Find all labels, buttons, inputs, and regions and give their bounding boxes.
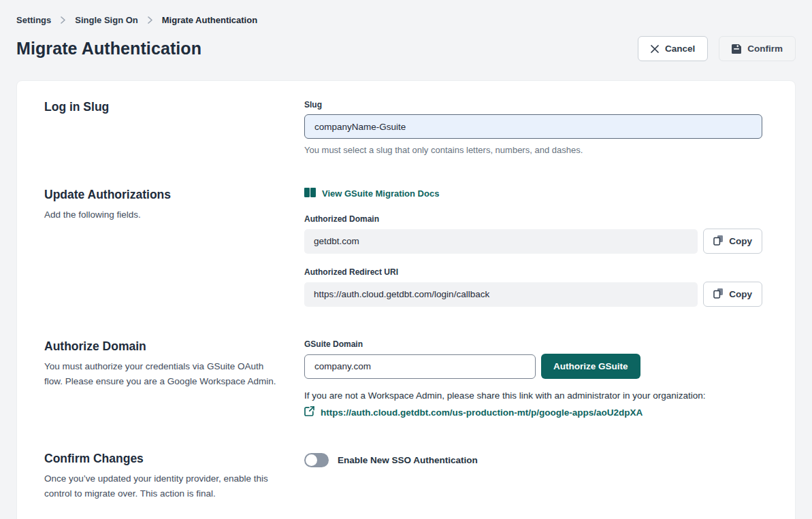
workspace-admin-note: If you are not a Workspace Admin, please…	[304, 390, 762, 401]
authorized-domain-value: getdbt.com	[304, 229, 698, 254]
external-link-icon	[304, 406, 314, 419]
authorized-domain-label: Authorized Domain	[304, 214, 762, 224]
copy-authorized-domain-button[interactable]: Copy	[703, 229, 762, 254]
cancel-button[interactable]: Cancel	[638, 36, 708, 61]
gsuite-domain-label: GSuite Domain	[304, 339, 762, 349]
gsuite-migration-docs-link-label: View GSuite Migration Docs	[322, 188, 439, 199]
confirm-button-label: Confirm	[747, 44, 783, 54]
section-subtitle-update-authorizations: Add the following fields.	[44, 207, 279, 222]
settings-card: Log in Slug Slug You must select a slug …	[16, 80, 796, 519]
chevron-right-icon	[148, 16, 152, 24]
gsuite-domain-input[interactable]	[304, 354, 536, 379]
copy-icon	[713, 235, 724, 248]
authorized-redirect-uri-value: https://auth.cloud.getdbt.com/login/call…	[304, 282, 698, 307]
gsuite-migration-docs-link[interactable]: View GSuite Migration Docs	[304, 188, 439, 199]
section-subtitle-authorize-domain: You must authorize your credentials via …	[44, 359, 279, 388]
page-title: Migrate Authentication	[16, 39, 201, 58]
breadcrumb: Settings Single Sign On Migrate Authenti…	[16, 15, 796, 25]
section-subtitle-confirm-changes: Once you’ve updated your identity provid…	[44, 471, 279, 501]
section-heading-authorize-domain: Authorize Domain	[44, 339, 304, 354]
section-authorize-domain: Authorize Domain You must authorize your…	[44, 339, 762, 419]
cancel-button-label: Cancel	[665, 44, 695, 54]
section-heading-confirm-changes: Confirm Changes	[44, 452, 304, 466]
section-heading-login-slug: Log in Slug	[44, 100, 304, 114]
section-login-slug: Log in Slug Slug You must select a slug …	[44, 100, 762, 155]
copy-redirect-uri-button[interactable]: Copy	[703, 282, 762, 307]
slug-input[interactable]	[304, 114, 762, 139]
toggle-knob	[306, 454, 317, 466]
header-actions: Cancel Confirm	[638, 36, 796, 61]
section-update-authorizations: Update Authorizations Add the following …	[44, 188, 762, 307]
copy-icon	[713, 288, 724, 301]
section-confirm-changes: Confirm Changes Once you’ve updated your…	[44, 452, 762, 501]
copy-button-label: Copy	[729, 236, 752, 246]
breadcrumb-single-sign-on[interactable]: Single Sign On	[75, 15, 137, 25]
enable-sso-toggle-label: Enable New SSO Authentication	[338, 455, 478, 465]
copy-button-label: Copy	[729, 289, 752, 299]
enable-sso-toggle[interactable]	[304, 453, 329, 467]
authorize-gsuite-button[interactable]: Authorize GSuite	[541, 354, 640, 379]
close-icon	[651, 45, 659, 53]
confirm-button[interactable]: Confirm	[719, 36, 796, 61]
book-icon	[304, 188, 316, 199]
breadcrumb-migrate-authentication: Migrate Authentication	[162, 15, 257, 25]
section-heading-update-authorizations: Update Authorizations	[44, 188, 304, 202]
save-icon	[732, 44, 741, 54]
breadcrumb-settings[interactable]: Settings	[16, 15, 51, 25]
page-header: Settings Single Sign On Migrate Authenti…	[0, 0, 812, 61]
authorized-redirect-uri-label: Authorized Redirect URI	[304, 267, 762, 277]
slug-helper-text: You must select a slug that only contain…	[304, 145, 762, 155]
admin-share-link[interactable]: https://auth.cloud.getdbt.com/us-product…	[321, 407, 643, 418]
chevron-right-icon	[61, 16, 65, 24]
slug-label: Slug	[304, 100, 762, 110]
